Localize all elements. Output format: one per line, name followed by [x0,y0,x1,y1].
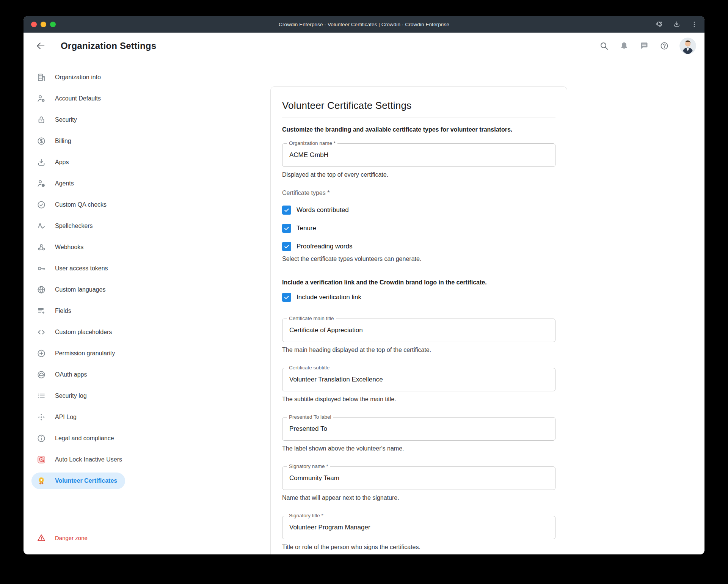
sidebar-item-label: Fields [55,308,71,314]
sidebar-item-label: Custom QA checks [55,201,107,208]
sidebar-item-auto-lock-inactive-users[interactable]: Auto Lock Inactive Users [31,451,125,468]
words-contributed-checkbox[interactable] [282,206,291,215]
extensions-icon[interactable] [655,20,664,28]
sidebar-item-security-log[interactable]: Security log [31,388,125,404]
search-icon[interactable] [599,41,609,51]
lock-icon [37,115,46,124]
certificate-main-title-group: Certificate main title The main heading … [282,319,555,353]
checkmark-icon [283,207,290,214]
sidebar-item-volunteer-certificates[interactable]: Volunteer Certificates [31,473,125,489]
sidebar-item-label: Security [55,116,77,123]
app-header: Organization Settings [24,33,704,59]
signatory-name-label: Signatory name * [287,463,330,469]
tenure-checkbox[interactable] [282,224,291,233]
sidebar-item-spellcheckers[interactable]: Spellcheckers [31,218,125,234]
zoom-window-button[interactable] [50,22,56,27]
sidebar-item-apps[interactable]: Apps [31,154,125,171]
signatory-name-group: Signatory name * Name that will appear n… [282,466,555,501]
checkbox-label: Words contributed [297,206,349,214]
key-icon [37,264,46,273]
sidebar-item-agents[interactable]: Agents [31,175,125,192]
sidebar-item-legal-and-compliance[interactable]: Legal and compliance [31,430,125,447]
sidebar-item-permission-granularity[interactable]: Permission granularity [31,345,125,362]
organization-name-helper: Displayed at the top of every certificat… [282,171,555,178]
include-verification-link-checkbox[interactable] [282,293,291,302]
organization-name-input[interactable] [289,151,548,159]
sidebar-item-custom-qa-checks[interactable]: Custom QA checks [31,196,125,213]
sidebar-item-label: Spellcheckers [55,223,93,229]
back-button[interactable] [35,40,46,52]
sidebar-item-billing[interactable]: Billing [31,133,125,149]
list-plus-icon [37,306,46,316]
certificate-subtitle-label: Certificate subtitle [287,365,331,370]
certificate-types-label: Certificate types * [282,190,555,196]
messages-icon[interactable] [639,41,649,51]
sidebar-item-security[interactable]: Security [31,111,125,128]
checkbox-label: Tenure [297,224,316,232]
sidebar-item-label: API Log [55,414,77,421]
sidebar-item-webhooks[interactable]: Webhooks [31,239,125,256]
certificate-subtitle-input[interactable] [289,376,548,383]
user-avatar[interactable] [679,38,696,54]
presented-to-helper: The label shown above the volunteer's na… [282,445,555,452]
download-tray-icon [37,158,46,167]
proofreading-words-checkbox[interactable] [282,242,291,251]
user-gear-icon [37,94,46,103]
sidebar-item-danger-zone[interactable]: Danger zone [31,529,125,546]
certificate-types-helper: Select the certificate types volunteers … [282,256,555,262]
cloud-circle-icon [37,370,46,379]
minimize-window-button[interactable] [41,22,46,27]
card-intro: Customize the branding and available cer… [282,126,555,133]
building-icon [37,73,46,82]
sidebar-item-custom-placeholders[interactable]: Custom placeholders [31,324,125,341]
list-icon [37,391,46,400]
move-icon [37,413,46,422]
help-icon[interactable] [659,41,669,51]
settings-sidebar: Organization info Account Defaults Secur… [24,59,137,554]
presented-to-input[interactable] [289,425,548,433]
checkbox-label: Include verification link [297,294,361,301]
sidebar-item-label: Legal and compliance [55,435,114,442]
sidebar-item-label: Permission granularity [55,350,115,357]
sidebar-item-custom-languages[interactable]: Custom languages [31,281,125,298]
sidebar-item-api-log[interactable]: API Log [31,409,125,425]
certificate-subtitle-group: Certificate subtitle The subtitle displa… [282,368,555,403]
close-window-button[interactable] [31,22,37,27]
signatory-title-helper: Title or role of the person who signs th… [282,544,555,551]
verification-link-row: Include verification link [282,293,555,302]
certificate-subtitle-helper: The subtitle displayed below the main ti… [282,396,555,403]
webhook-icon [37,243,46,252]
signatory-name-field-frame: Signatory name * [282,466,555,490]
sidebar-item-oauth-apps[interactable]: OAuth apps [31,366,125,383]
presented-to-field-frame: Presented To label [282,417,555,441]
signatory-name-input[interactable] [289,474,548,482]
header-actions [599,38,696,54]
signatory-title-label: Signatory title * [287,513,325,518]
sidebar-item-account-defaults[interactable]: Account Defaults [31,90,125,107]
certificate-main-title-label: Certificate main title [287,316,336,321]
medal-icon [37,476,46,485]
browser-menu-icon[interactable] [690,20,698,28]
browser-titlebar: Crowdin Enterprise - Volunteer Certifica… [24,16,704,33]
certificate-type-row: Proofreading words [282,242,555,251]
sidebar-item-label: Volunteer Certificates [55,477,117,484]
checkbox-label: Proofreading words [297,243,352,250]
browser-tab-title: Crowdin Enterprise - Volunteer Certifica… [279,22,449,27]
warning-triangle-icon [37,533,46,542]
back-arrow-icon [36,41,46,51]
checkmark-icon [283,243,290,250]
organization-name-group: Organization name * Displayed at the top… [282,143,555,178]
sidebar-item-label: Account Defaults [55,95,101,102]
downloads-icon[interactable] [673,20,681,28]
signatory-title-input[interactable] [289,524,548,531]
sidebar-item-fields[interactable]: Fields [31,303,125,319]
verification-section-heading: Include a verification link and the Crow… [282,279,555,286]
notifications-bell-icon[interactable] [619,41,629,51]
sidebar-item-user-access-tokens[interactable]: User access tokens [31,260,125,277]
sidebar-item-organization-info[interactable]: Organization info [31,69,125,86]
info-circle-icon [37,434,46,443]
organization-name-label: Organization name * [287,140,337,146]
certificate-main-title-input[interactable] [289,327,548,334]
signatory-title-field-frame: Signatory title * [282,516,555,539]
lock-alert-icon [37,455,46,464]
